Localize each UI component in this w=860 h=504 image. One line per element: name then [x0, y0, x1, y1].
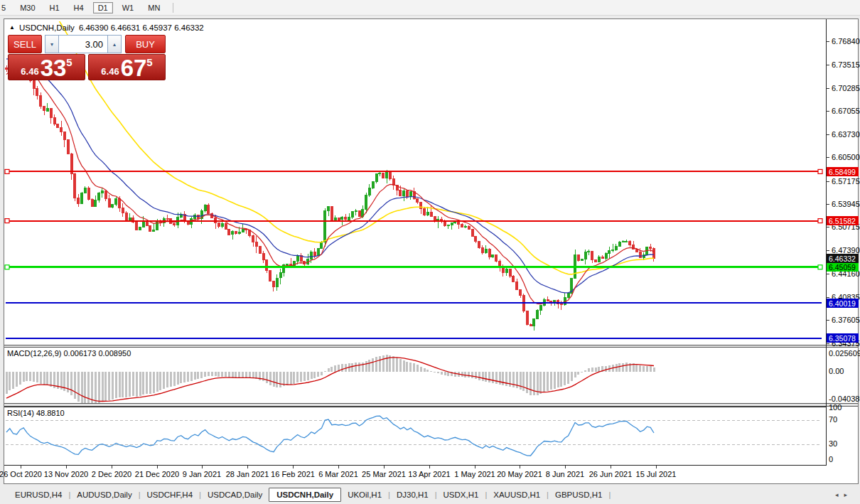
macd-histogram-bar [102, 372, 104, 402]
volume-decrease-button[interactable]: ▾ [45, 35, 58, 53]
price-tick-label: 6.63730 [832, 130, 860, 139]
date-label: 9 Jan 2021 [183, 470, 221, 478]
candle-body [286, 264, 289, 264]
candle-body [313, 252, 316, 255]
date-label: 28 Jan 2021 [226, 470, 269, 478]
candle-body [416, 199, 419, 203]
macd-histogram-bar [286, 372, 289, 385]
price-tick-mark [826, 297, 829, 298]
candle-body [60, 127, 63, 132]
timeframe-button-5[interactable]: 5 [0, 2, 11, 14]
candle-body [146, 222, 148, 225]
macd-histogram-bar [522, 372, 525, 391]
candle-body [618, 242, 620, 247]
candle-body [166, 218, 168, 219]
sell-price-panel[interactable]: 6.46 33 5 [8, 54, 85, 80]
tab-eurusd-h4[interactable]: EURUSD,H4 [9, 488, 68, 502]
macd-histogram-bar [290, 372, 292, 385]
macd-histogram-bar [591, 368, 593, 372]
macd-histogram-bar [567, 372, 569, 384]
date-label: 15 Jul 2021 [636, 470, 677, 478]
macd-histogram-bar [183, 372, 186, 382]
macd-histogram-bar [293, 372, 295, 384]
macd-histogram-bar [81, 372, 83, 403]
macd-histogram-bar [334, 365, 336, 372]
macd-histogram-bar [588, 368, 590, 372]
buy-price-pipette: 5 [146, 56, 152, 68]
candle-body [266, 259, 268, 271]
date-tick-mark [247, 466, 248, 468]
candle-body [142, 222, 144, 227]
volume-input[interactable] [58, 35, 108, 53]
macd-histogram-bar [276, 372, 278, 387]
macd-histogram-bar [420, 367, 422, 372]
tab-usdchf-h4[interactable]: USDCHF,H4 [141, 488, 200, 502]
buy-price-panel[interactable]: 6.46 67 5 [88, 54, 166, 80]
tab-scroll-arrows: ◂▸ [835, 491, 853, 498]
volume-increase-button[interactable]: ▴ [108, 35, 122, 53]
tab-audusd-daily[interactable]: AUDUSD,Daily [70, 488, 138, 502]
macd-histogram-bar [170, 372, 172, 387]
timeframe-button-h4[interactable]: H4 [69, 2, 89, 14]
macd-histogram-bar [430, 371, 432, 372]
rsi-indicator-chart[interactable] [4, 407, 826, 466]
candle-body [104, 191, 107, 198]
chart-macd-splitter[interactable] [4, 345, 858, 348]
tab-gbpusd-h1[interactable]: GBPUSD,H1 [549, 488, 608, 502]
timeframe-button-mn[interactable]: MN [143, 2, 165, 14]
candle-body [495, 255, 498, 262]
macd-histogram-bar [112, 372, 114, 400]
price-tick-label: 6.70285 [832, 84, 860, 92]
window-border-left [4, 18, 4, 484]
macd-histogram-bar [225, 372, 227, 377]
candle-body [273, 282, 275, 286]
collapse-arrow-icon[interactable]: ▲ [9, 24, 15, 31]
buy-button[interactable]: BUY [125, 35, 166, 53]
tab-usdcnh-daily[interactable]: USDCNH,Daily [269, 488, 341, 502]
macd-histogram-bar [91, 372, 93, 404]
candle-body [269, 271, 272, 282]
timeframe-button-d1[interactable]: D1 [93, 2, 113, 14]
date-tick-mark [656, 466, 657, 468]
candle-body [550, 301, 552, 302]
tab-scroll-left-icon[interactable]: ◂ [835, 491, 844, 498]
candle-body [567, 294, 569, 298]
tab-usdx-h1[interactable]: USDX,H1 [437, 488, 485, 502]
macd-histogram-bar [386, 355, 388, 372]
macd-histogram-bar [375, 357, 377, 372]
candle-body [591, 252, 593, 259]
date-tick-mark [21, 466, 21, 468]
candle-body [351, 212, 353, 218]
candle-body [358, 211, 360, 216]
candle-body [424, 208, 426, 215]
candle-body [547, 299, 549, 301]
timeframe-button-h1[interactable]: H1 [45, 2, 65, 14]
sell-button[interactable]: SELL [8, 35, 42, 53]
macd-histogram-bar [605, 366, 607, 372]
tab-scroll-right-icon[interactable]: ▸ [844, 491, 853, 498]
candle-body [102, 191, 104, 193]
macd-rsi-splitter[interactable] [4, 403, 858, 407]
macd-histogram-bar [84, 372, 86, 403]
macd-histogram-bar [468, 372, 470, 377]
macd-histogram-bar [482, 372, 484, 381]
candle-body [430, 212, 432, 216]
timeframe-button-m30[interactable]: M30 [15, 2, 40, 14]
macd-histogram-bar [639, 365, 641, 372]
candle-body [338, 218, 340, 220]
level-price-badge: 6.51582 [827, 216, 859, 225]
candle-body [601, 257, 603, 258]
tab-xauusd-h1[interactable]: XAUUSD,H1 [487, 488, 547, 502]
chart-symbol-label: USDCNH,Daily [19, 23, 75, 32]
price-tick-mark [826, 250, 829, 251]
candle-body [238, 232, 240, 234]
macd-histogram-bar [252, 372, 254, 378]
tab-dj30-h1[interactable]: DJ30,H1 [390, 488, 435, 502]
tab-ukoil-h1[interactable]: UKOil,H1 [341, 488, 388, 502]
macd-histogram-bar [166, 372, 168, 387]
macd-histogram-bar [221, 372, 223, 377]
macd-histogram-bar [653, 368, 655, 372]
timeframe-button-w1[interactable]: W1 [117, 2, 139, 14]
tab-usdcad-daily[interactable]: USDCAD,Daily [201, 488, 269, 502]
price-tick-label: 6.76840 [832, 37, 860, 45]
